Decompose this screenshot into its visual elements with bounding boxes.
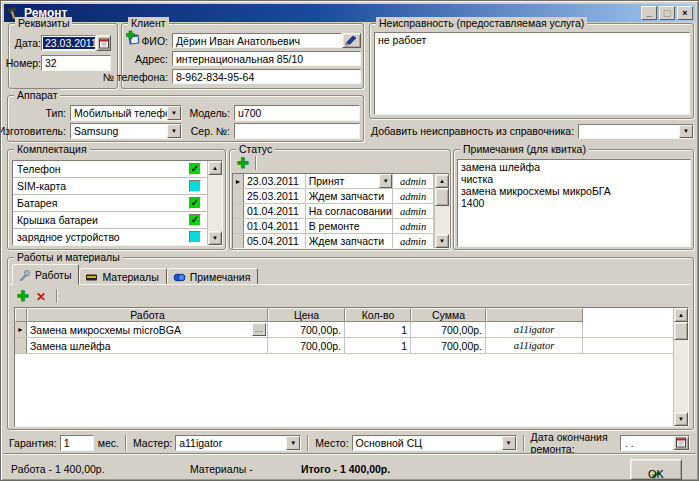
toolbar-divider: [255, 156, 257, 170]
group-caption: Работы и материалы: [14, 251, 123, 263]
scroll-up-button[interactable]: ▲: [674, 308, 688, 322]
add-client-button[interactable]: [125, 30, 141, 46]
works-col-header[interactable]: Кол-во: [345, 308, 411, 322]
grand-total: Итого - 1 400,00р.: [301, 463, 390, 475]
window: Ремонт _ ▢ × Реквизиты Дата: 23.03.2011 …: [0, 0, 699, 481]
tab-materials[interactable]: Материалы: [79, 268, 166, 285]
combo-value: Мобильный телефон: [71, 106, 167, 120]
works-row[interactable]: Замена шлейфа700,00р.1700,00р.a11igator: [15, 338, 673, 354]
warranty-label: Гарантия:: [9, 437, 57, 449]
model-field[interactable]: u700: [234, 105, 360, 121]
kit-scrollbar[interactable]: ▲ ▼: [207, 161, 222, 245]
ok-label: OK: [648, 468, 664, 480]
status-row[interactable]: 05.04.2011Ждем запчастиadmin: [233, 234, 434, 249]
dropdown-button[interactable]: ▼: [286, 436, 300, 450]
work-name-text: Замена микросхемы microBGA: [30, 324, 181, 336]
address-field[interactable]: интернациональная 85/10: [172, 51, 361, 66]
dropdown-button[interactable]: ▼: [679, 125, 693, 138]
ok-button[interactable]: ✔ OK: [630, 459, 682, 480]
phone-field[interactable]: 8-962-834-95-64: [172, 69, 361, 84]
add-work-button[interactable]: ✚: [17, 289, 29, 303]
number-field[interactable]: 32: [41, 55, 111, 71]
minimize-button[interactable]: _: [641, 6, 657, 20]
date-field[interactable]: 23.03.2011: [41, 35, 96, 51]
ellipsis-button[interactable]: …: [252, 323, 266, 336]
work-name-text: Замена шлейфа: [30, 340, 111, 352]
kit-list[interactable]: Телефон✓SIM-картаБатарея✓Крышка батареи✓…: [12, 160, 223, 246]
scroll-down-button[interactable]: ▼: [208, 231, 222, 245]
add-fault-row: Добавить неисправность из справочника: ▼: [371, 123, 694, 139]
calendar-button[interactable]: [673, 436, 689, 450]
dropdown-button[interactable]: ▼: [502, 436, 516, 450]
title-bar[interactable]: Ремонт _ ▢ ×: [4, 4, 695, 22]
status-row[interactable]: 01.04.2011В ремонтеadmin: [233, 219, 434, 234]
works-table[interactable]: РаботаЦенаКол-воСумма ►Замена микросхемы…: [14, 307, 689, 427]
tab-notes[interactable]: Примечания: [167, 268, 259, 285]
scroll-up-button[interactable]: ▲: [435, 174, 449, 188]
divider: [125, 435, 127, 451]
type-combo[interactable]: Мобильный телефон ▼: [70, 105, 182, 121]
status-user: admin: [393, 219, 434, 233]
works-col-header[interactable]: [486, 308, 583, 322]
dropdown-button[interactable]: ▼: [167, 106, 181, 120]
end-date-field[interactable]: . .: [620, 435, 690, 451]
fio-lookup-button[interactable]: [342, 33, 361, 48]
works-col-header[interactable]: [15, 308, 27, 322]
place-combo[interactable]: Основной СЦ ▼: [352, 435, 517, 451]
kit-item-checkbox[interactable]: ✓: [189, 214, 201, 226]
maker-combo[interactable]: Samsung ▼: [70, 123, 182, 139]
close-button[interactable]: ×: [677, 6, 693, 20]
fio-field[interactable]: Дёрин Иван Анатольевич: [172, 33, 342, 48]
works-col-header[interactable]: Работа: [27, 308, 268, 322]
scroll-down-button[interactable]: ▼: [674, 412, 688, 426]
status-value[interactable]: Принят▼: [306, 174, 394, 188]
dropdown-button[interactable]: ▼: [167, 124, 181, 138]
calendar-button[interactable]: [96, 35, 111, 51]
dropdown-button[interactable]: ▼: [379, 174, 392, 188]
scroll-down-button[interactable]: ▼: [435, 234, 449, 248]
kit-item-checkbox[interactable]: ✓: [189, 197, 201, 209]
status-date: 05.04.2011: [244, 234, 306, 248]
works-col-header[interactable]: Сумма: [411, 308, 486, 322]
status-value[interactable]: Ждем запчасти: [306, 189, 394, 203]
maximize-button[interactable]: ▢: [659, 6, 675, 20]
warranty-input[interactable]: 1: [60, 435, 94, 451]
add-status-button[interactable]: ✚: [237, 156, 249, 170]
combo-value: [579, 125, 679, 138]
works-row[interactable]: ►Замена микросхемы microBGA…700,00р.1700…: [15, 322, 673, 338]
status-date: 01.04.2011: [244, 204, 306, 218]
scroll-thumb[interactable]: [674, 322, 688, 340]
divider: [307, 435, 309, 451]
kit-item-checkbox[interactable]: [189, 180, 201, 192]
tab-works[interactable]: Работы: [12, 264, 79, 285]
scroll-thumb[interactable]: [435, 188, 449, 206]
tab-strip: РаботыМатериалыПримечания: [12, 263, 258, 285]
status-value[interactable]: В ремонте: [306, 219, 394, 233]
works-scrollbar[interactable]: ▲ ▼: [673, 308, 688, 426]
master-combo[interactable]: a11igator ▼: [175, 435, 301, 451]
status-value[interactable]: На согласовании: [306, 204, 394, 218]
status-value[interactable]: Ждем запчасти: [306, 234, 394, 248]
status-row[interactable]: ►23.03.2011Принят▼admin: [233, 174, 434, 189]
delete-work-button[interactable]: ✕: [36, 291, 46, 303]
status-row[interactable]: 25.03.2011Ждем запчастиadmin: [233, 189, 434, 204]
works-header: РаботаЦенаКол-воСумма: [15, 308, 673, 322]
status-text: Ждем запчасти: [309, 235, 384, 247]
date-value: 23.03.2011: [43, 37, 96, 49]
address-book-plus-icon: [125, 30, 141, 46]
kit-item-checkbox[interactable]: ✓: [189, 163, 201, 175]
add-fault-combo[interactable]: ▼: [578, 124, 694, 139]
notes-text[interactable]: замена шлейфа чистка замена микросхемы м…: [457, 159, 691, 247]
status-date: 23.03.2011: [244, 174, 306, 188]
scroll-up-button[interactable]: ▲: [208, 161, 222, 175]
status-scrollbar[interactable]: ▲ ▼: [434, 174, 449, 248]
status-grid[interactable]: ►23.03.2011Принят▼admin25.03.2011Ждем за…: [232, 173, 450, 249]
work-qty: 1: [345, 338, 411, 353]
row-indicator-icon: [233, 189, 244, 203]
kit-item-checkbox[interactable]: [189, 231, 201, 243]
status-row[interactable]: 01.04.2011На согласованииadmin: [233, 204, 434, 219]
divider: [523, 435, 525, 451]
malfunction-text[interactable]: не рабоет: [374, 32, 690, 115]
serial-field[interactable]: [234, 123, 360, 139]
works-col-header[interactable]: Цена: [268, 308, 345, 322]
